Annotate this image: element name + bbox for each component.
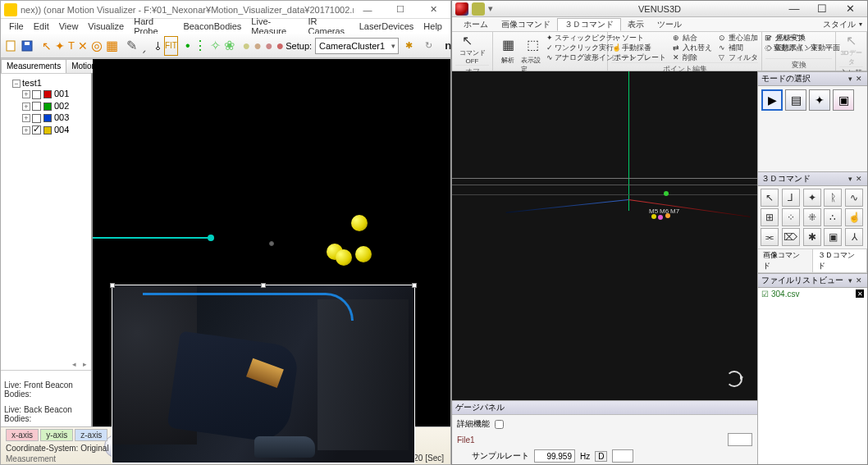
cmd-hand-button[interactable]: ☝	[845, 208, 863, 226]
expand-icon[interactable]: +	[22, 126, 30, 134]
panel-pin-icon[interactable]: ▾	[847, 175, 854, 183]
tree-item-002[interactable]: +002	[22, 100, 89, 112]
tool-ball3-icon[interactable]: ●	[264, 36, 274, 56]
panel-close-icon[interactable]: ✕	[854, 175, 864, 183]
tool-ball1-icon[interactable]: ●	[242, 36, 252, 56]
cmd-wave-button[interactable]: ∿	[845, 189, 863, 207]
setup-flag-icon[interactable]: ✱	[400, 36, 418, 56]
display-settings-button[interactable]: ⬚	[521, 33, 544, 56]
swap-3d-button[interactable]: ↖	[839, 33, 862, 48]
setup-refresh-icon[interactable]: ↻	[419, 36, 437, 56]
tree-root[interactable]: −test1 +001 +002 +003 +004	[12, 77, 89, 136]
panel-close-icon[interactable]: ✕	[854, 276, 864, 285]
menu-image-cmd[interactable]: 画像コマンド	[495, 19, 557, 30]
menu-visualize[interactable]: Visualize	[83, 21, 129, 31]
cmd-del-button[interactable]: ⌦	[782, 228, 800, 246]
tree-item-003[interactable]: +003	[22, 112, 89, 124]
cmd-chain-button[interactable]: ⫘	[761, 228, 779, 246]
d-field[interactable]	[612, 449, 633, 463]
close-button[interactable]: ✕	[836, 2, 864, 16]
detail-checkbox[interactable]	[495, 420, 504, 429]
menu-display[interactable]: 表示	[621, 19, 651, 30]
tool-cursor-icon[interactable]: ↖	[41, 36, 53, 56]
tool-dot1-icon[interactable]: •	[185, 36, 191, 56]
tree-item-004[interactable]: +004	[22, 124, 89, 136]
subtab-image[interactable]: 画像コマンド	[758, 249, 813, 272]
collapse-icon[interactable]: −	[12, 80, 21, 88]
tool-new-icon[interactable]	[3, 36, 18, 56]
tool-target-icon[interactable]: ◎	[90, 36, 103, 56]
tree-item-001[interactable]: +001	[22, 88, 89, 100]
filter-button[interactable]: ▽フィルタ	[718, 52, 759, 62]
tool-probe-icon[interactable]: ⫰	[154, 36, 162, 56]
checkbox[interactable]	[32, 114, 41, 123]
tool-grid-icon[interactable]: ▦	[105, 36, 119, 56]
style-dropdown-icon[interactable]: ▾	[859, 21, 862, 28]
mode-play-button[interactable]: ▶	[761, 89, 783, 111]
setup-combo[interactable]: CameraCluster1	[315, 38, 399, 54]
cmd-off-button[interactable]: ↖	[455, 33, 478, 48]
resize-handle-nw[interactable]	[110, 283, 115, 288]
cmd-person-button[interactable]: ✦	[803, 189, 821, 207]
menu-file[interactable]: File	[4, 21, 29, 31]
panel-pin-icon[interactable]: ▾	[847, 75, 854, 83]
cmd-square-button[interactable]: ▣	[824, 228, 842, 246]
axis-y-button[interactable]: y-axis	[40, 429, 73, 441]
sort-button[interactable]: ↕ソート	[611, 33, 667, 43]
tool-ball4-icon[interactable]: ●	[276, 36, 286, 56]
tool-dot2-icon[interactable]: ⋮	[193, 36, 208, 56]
pager-prev-icon[interactable]: ◂	[70, 359, 79, 368]
expand-icon[interactable]: +	[22, 114, 30, 122]
maximize-button[interactable]: ☐	[386, 2, 414, 17]
cmd-tree-button[interactable]: ⅄	[845, 228, 863, 246]
subtab-3d[interactable]: ３Ｄコマンド	[813, 249, 868, 272]
centroid-button[interactable]: ⊙重心追加	[718, 33, 759, 43]
dropdown-icon[interactable]: ▾	[488, 2, 496, 16]
mode-image-button[interactable]: ▣	[833, 89, 854, 111]
menu-help[interactable]: Help	[418, 21, 447, 31]
cmd-groupdots-button[interactable]: ⁜	[803, 208, 821, 226]
axis-x-button[interactable]: x-axis	[6, 429, 39, 441]
cmd-snap-button[interactable]: ✱	[803, 228, 821, 246]
interpolate-button[interactable]: ∿補間	[718, 43, 759, 52]
manual-num-button[interactable]: ☝手動採番	[611, 43, 667, 52]
photo-overlay[interactable]	[112, 285, 415, 463]
cmd-link-button[interactable]: ⅃	[782, 189, 800, 207]
tool-pen-icon[interactable]: ✎	[126, 36, 138, 56]
open-icon[interactable]	[472, 2, 485, 16]
mode-graph-button[interactable]: ▤	[785, 89, 806, 111]
tab-measurements[interactable]: Measurements	[1, 59, 66, 73]
sample-rate-field[interactable]	[534, 449, 575, 463]
kaiseki-button[interactable]: ▦	[496, 33, 519, 56]
tool-cross-icon[interactable]: ✕	[77, 36, 89, 56]
cmd-grid-button[interactable]: ⊞	[761, 208, 779, 226]
d-button[interactable]: D	[595, 451, 607, 462]
expand-icon[interactable]: +	[22, 103, 30, 111]
tool-ball2-icon[interactable]: ●	[253, 36, 263, 56]
checkbox[interactable]	[32, 102, 41, 111]
cmd-track-button[interactable]: ∴	[824, 208, 842, 226]
menu-view[interactable]: View	[54, 21, 84, 31]
tool-brush-icon[interactable]: ˏ	[139, 36, 148, 56]
stick-picture-button[interactable]: ✦スティックピクチャ	[546, 33, 613, 43]
tool-sparkle-icon[interactable]: ✧	[209, 36, 222, 56]
menu-tool[interactable]: ツール	[651, 19, 688, 30]
tool-save-icon[interactable]	[20, 36, 34, 56]
swap-button[interactable]: ⇄入れ替え	[672, 43, 713, 52]
resize-handle-ne[interactable]	[412, 283, 417, 288]
panel-close-icon[interactable]: ✕	[854, 75, 864, 83]
expand-icon[interactable]: +	[22, 90, 30, 98]
menu-home[interactable]: ホーム	[457, 19, 495, 30]
list-close-icon[interactable]: ✕	[856, 289, 864, 298]
menu-3d-cmd[interactable]: ３Ｄコマンド	[557, 18, 621, 31]
tool-fit-button[interactable]: FIT	[164, 36, 178, 56]
analog-import-button[interactable]: ∿アナログ波形インポート	[546, 52, 613, 62]
menu-edit[interactable]: Edit	[29, 21, 54, 31]
var-origin-button[interactable]: ◇変動原点・変動平面	[765, 43, 832, 52]
checkbox[interactable]	[32, 90, 41, 99]
panel-pin-icon[interactable]: ▾	[847, 276, 854, 285]
template-button[interactable]: ⬚テンプレート	[611, 52, 667, 62]
merge-button[interactable]: ⊕結合	[672, 33, 713, 43]
delete-button[interactable]: ✕削除	[672, 52, 713, 62]
menu-beacon[interactable]: BeaconBodies	[178, 21, 246, 31]
